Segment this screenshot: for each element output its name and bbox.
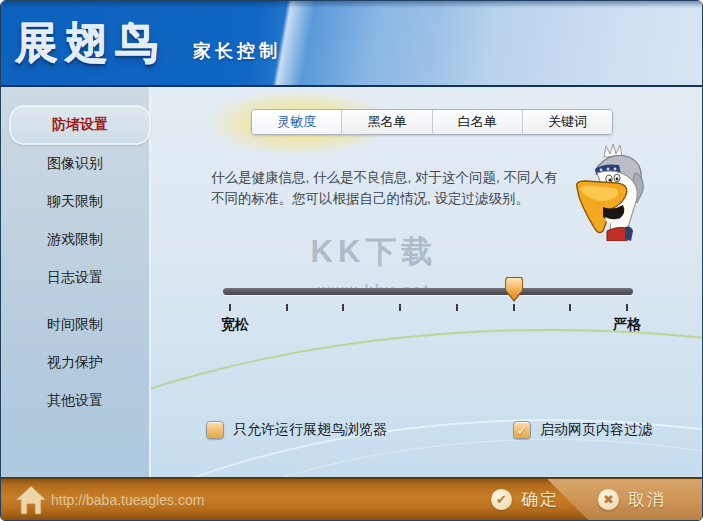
footer: http://baba.tueagles.com ✔ 确定 ✖ 取消	[1, 477, 702, 520]
tab-1[interactable]: 黑名单	[341, 110, 431, 134]
slider-ticks	[229, 304, 628, 312]
check-circle-icon: ✔	[491, 489, 512, 510]
sidebar-item-0[interactable]: 防堵设置	[9, 105, 151, 145]
description-text: 什么是健康信息, 什么是不良信息, 对于这个问题, 不同人有不同的标准。您可以根…	[211, 167, 567, 209]
sidebar-menu: 防堵设置图像识别聊天限制游戏限制日志设置时间限制视力保护其他设置	[1, 87, 149, 420]
cancel-button[interactable]: ✖ 取消	[598, 479, 666, 520]
sensitivity-slider-track[interactable]	[223, 288, 633, 295]
slider-min-label: 宽松	[221, 316, 249, 334]
sidebar-item-7[interactable]: 其他设置	[1, 382, 149, 420]
checkbox-label: 启动网页内容过滤	[540, 421, 652, 439]
sidebar-item-2[interactable]: 聊天限制	[1, 183, 149, 221]
slider-tick	[569, 304, 571, 311]
tab-2[interactable]: 白名单	[432, 110, 522, 134]
cancel-button-label: 取消	[628, 488, 666, 511]
slider-tick	[513, 304, 515, 311]
sidebar: 防堵设置图像识别聊天限制游戏限制日志设置时间限制视力保护其他设置	[1, 87, 151, 477]
slider-tick	[456, 304, 458, 311]
ok-button-label: 确定	[521, 488, 559, 511]
sidebar-item-4[interactable]: 日志设置	[1, 259, 149, 297]
slider-tick	[229, 304, 231, 311]
body-region: 防堵设置图像识别聊天限制游戏限制日志设置时间限制视力保护其他设置 灵敏度黑名单白…	[1, 87, 702, 477]
tab-bar: 灵敏度黑名单白名单关键词	[251, 109, 613, 135]
header: 展翅鸟 家长控制	[1, 1, 702, 87]
tab-0[interactable]: 灵敏度	[252, 110, 341, 134]
checkbox-checked-icon[interactable]: ✓	[513, 421, 531, 439]
sidebar-item-6[interactable]: 视力保护	[1, 344, 149, 382]
app-window: 展翅鸟 家长控制 防堵设置图像识别聊天限制游戏限制日志设置时间限制视力保护其他设…	[0, 0, 703, 521]
home-icon[interactable]	[15, 485, 47, 515]
cross-circle-icon: ✖	[598, 489, 619, 510]
slider-tick	[626, 304, 628, 311]
checkbox-row: 只允许运行展翅鸟浏览器✓启动网页内容过滤	[151, 421, 702, 443]
sidebar-item-1[interactable]: 图像识别	[1, 145, 149, 183]
tab-3[interactable]: 关键词	[522, 110, 612, 134]
checkbox-1[interactable]: ✓启动网页内容过滤	[513, 421, 652, 439]
slider-labels: 宽松 严格	[221, 316, 641, 334]
app-subtitle: 家长控制	[193, 39, 281, 63]
checkbox-unchecked-icon[interactable]	[206, 421, 224, 439]
slider-tick	[399, 304, 401, 311]
sidebar-item-5[interactable]: 时间限制	[1, 306, 149, 344]
slider-max-label: 严格	[613, 316, 641, 334]
checkbox-label: 只允许运行展翅鸟浏览器	[233, 421, 387, 439]
main-content: 灵敏度黑名单白名单关键词 什么是健康信息, 什么是不良信息, 对于这个问题, 不…	[151, 87, 702, 477]
app-logo: 展翅鸟	[15, 15, 165, 73]
sidebar-item-3[interactable]: 游戏限制	[1, 221, 149, 259]
slider-tick	[286, 304, 288, 311]
ok-button[interactable]: ✔ 确定	[491, 479, 559, 520]
mascot-image	[573, 143, 655, 241]
footer-url-link[interactable]: http://baba.tueagles.com	[51, 479, 204, 520]
slider-thumb[interactable]	[505, 277, 523, 302]
checkbox-0[interactable]: 只允许运行展翅鸟浏览器	[206, 421, 387, 439]
watermark-title: KK下载	[289, 231, 459, 273]
slider-tick	[342, 304, 344, 311]
